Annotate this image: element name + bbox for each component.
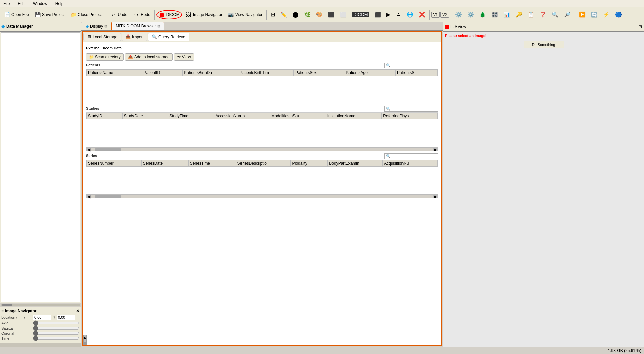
series-hscroll[interactable]: ◀ ▶ [86,194,438,198]
toolbar-icon-17[interactable]: 📊 [501,10,513,19]
studies-search-input[interactable] [391,107,438,111]
col-study-time[interactable]: StudyTime [168,113,214,119]
menu-file[interactable]: File [1,1,12,7]
col-study-id[interactable]: StudyID [87,113,123,119]
menu-edit[interactable]: Edit [16,1,27,7]
col-patients-birthdate[interactable]: PatientsBirthDa [182,70,238,76]
col-patients-s[interactable]: PatientsS [395,70,437,76]
mitk-dicom-tab[interactable]: MITK DICOM Browser ⊡ [111,22,164,30]
location-x-input[interactable] [33,315,51,320]
toolbar-icon-19[interactable]: 📋 [525,10,537,19]
ljsview-title: LJSView [450,24,466,29]
toolbar-icon-10[interactable]: 🖥 [393,10,404,19]
col-acquisition-num[interactable]: AcquisitionNu [383,160,438,167]
toolbar-icon-2[interactable]: ✏️ [278,10,289,19]
query-retrieve-tab[interactable]: 🔍 Query Retrieve [148,33,189,41]
col-patients-birthtime[interactable]: PatientsBirthTim [238,70,294,76]
view-button[interactable]: 👁 View [174,53,194,61]
studies-scroll-right[interactable]: ▶ [433,148,438,151]
location-spinner-x[interactable]: ⬍ [53,316,55,319]
toolbar-icon-14[interactable]: ⚙️ [465,10,476,19]
view-navigator-button[interactable]: 📷 View Navigator [225,10,265,19]
series-search[interactable]: 🔍 [384,153,438,159]
undo-button[interactable]: ↩ Undo [108,10,130,19]
display-tab[interactable]: ◆ Display ⊡ [81,22,111,30]
toolbar-icon-4[interactable]: 🌿 [302,10,313,19]
toolbar-icon-23[interactable]: ▶️ [577,10,588,19]
col-patient-id[interactable]: PatientID [142,70,182,76]
scan-directory-button[interactable]: 📁 Scan directory [86,53,124,61]
toolbar-icon-11[interactable]: 🌐 [404,10,416,19]
time-slider[interactable] [33,336,79,340]
toolbar-icon-18[interactable]: 🔑 [513,10,525,19]
redo-button[interactable]: ↪ Redo [130,10,153,19]
close-project-button[interactable]: 📁 Close Project [68,10,104,19]
toolbar-icon-1[interactable]: ⊞ [268,10,277,19]
dicom-button[interactable]: ⬤ DICOM [156,10,182,19]
toolbar-icon-12[interactable]: ❌ [416,10,428,19]
toolbar-icon-dicom2[interactable]: DICOM [350,10,371,19]
col-patients-age[interactable]: PatientsAge [344,70,396,76]
coronal-label: Coronal [1,331,32,335]
v2-button[interactable]: V2 [440,12,449,18]
add-local-storage-button[interactable]: 📤 Add to local storage [125,53,173,61]
toolbar-icon-16[interactable]: 🎛️ [489,10,500,19]
col-modality[interactable]: Modality [291,160,328,167]
nav-hscroll[interactable] [0,343,81,347]
location-y-input[interactable] [57,315,75,320]
toolbar-icon-25[interactable]: ⚡ [601,10,612,19]
open-file-button[interactable]: 📄 Open File [1,10,31,19]
col-patients-sex[interactable]: PatientsSex [293,70,344,76]
browser-vscroll[interactable]: ▲ ▼ [83,335,87,345]
studies-search[interactable]: 🔍 [384,106,438,112]
col-series-date[interactable]: SeriesDate [141,160,188,167]
toolbar-icon-20[interactable]: ❓ [537,10,549,19]
studies-hscroll[interactable]: ◀ ▶ [86,147,438,151]
menu-help[interactable]: Help [53,1,66,7]
display-tab-maximize[interactable]: ⊡ [104,24,107,28]
coronal-slider[interactable] [33,331,79,335]
col-study-date[interactable]: StudyDate [122,113,168,119]
local-storage-tab[interactable]: 🖥 Local Storage [83,33,121,41]
col-series-number[interactable]: SeriesNumber [87,160,142,167]
image-navigator-button[interactable]: 🖼 Image Navigator [183,10,225,19]
col-series-description[interactable]: SeriesDescriptio [236,160,291,167]
toolbar-icon-7[interactable]: ⬜ [338,10,349,19]
toolbar-icon-8[interactable]: ⬛ [372,10,383,19]
toolbar-icon-24[interactable]: 🔄 [589,10,600,19]
toolbar-icon-13[interactable]: ⚙️ [453,10,464,19]
ljsview-maximize-icon[interactable]: ⊡ [639,24,642,29]
col-accession-num[interactable]: AccessionNumb [214,113,270,119]
col-referring-phys[interactable]: ReferringPhys [382,113,438,119]
toolbar-icon-9[interactable]: ▶ [384,10,393,19]
series-scroll-right[interactable]: ▶ [433,195,438,198]
v1-button[interactable]: V1 [431,12,440,18]
col-patients-name[interactable]: PatientsName [87,70,142,76]
import-tab[interactable]: 📥 Import [122,33,147,41]
patients-search[interactable]: 🔍 [384,63,438,68]
axial-slider[interactable] [33,321,79,325]
toolbar-icon-6[interactable]: ⬛ [326,10,337,19]
patients-search-input[interactable] [391,64,438,68]
col-modalities-in-study[interactable]: ModalitiesInStu [270,113,326,119]
toolbar-icon-15[interactable]: 🌲 [477,10,488,19]
browser-scroll-up[interactable]: ▲ [83,335,87,340]
col-body-part[interactable]: BodyPartExamin [328,160,383,167]
series-scroll-left[interactable]: ◀ [86,195,91,198]
col-institution-name[interactable]: InstitutionName [326,113,382,119]
toolbar-icon-3[interactable]: ⬤ [290,10,301,19]
do-something-button[interactable]: Do Something [524,41,564,48]
image-navigator-close-icon[interactable]: ✕ [76,309,79,313]
series-search-input[interactable] [391,154,438,158]
toolbar-icon-5[interactable]: 🎨 [314,10,325,19]
studies-scroll-left[interactable]: ◀ [86,148,91,151]
data-manager-hscroll[interactable] [0,303,81,307]
save-project-button[interactable]: 💾 Save Project [32,10,67,19]
toolbar-icon-21[interactable]: 🔍 [549,10,561,19]
menu-window[interactable]: Window [31,1,49,7]
toolbar-icon-26[interactable]: 🔵 [613,10,624,19]
mitk-dicom-tab-maximize[interactable]: ⊡ [157,24,160,28]
col-series-time[interactable]: SeriesTime [188,160,236,167]
sagittal-slider[interactable] [33,326,79,330]
toolbar-icon-22[interactable]: 🔎 [561,10,573,19]
